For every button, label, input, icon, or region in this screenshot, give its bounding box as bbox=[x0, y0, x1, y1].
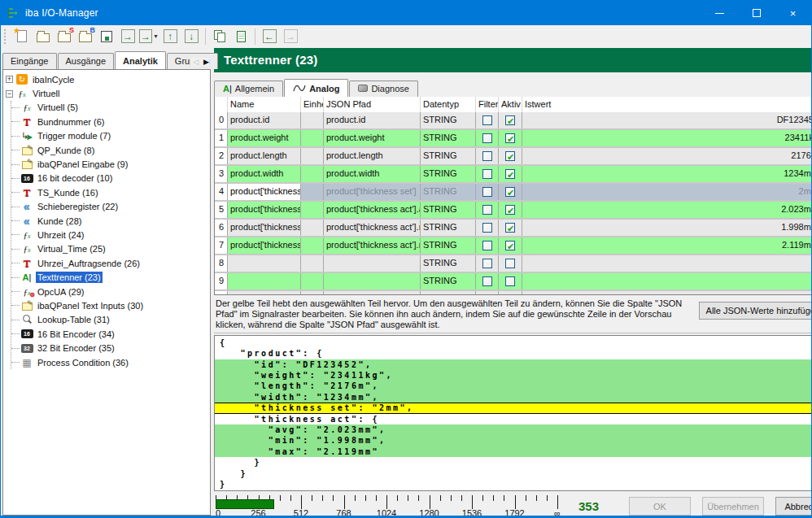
open-folder-icon[interactable] bbox=[33, 28, 53, 46]
row-number[interactable]: 3 bbox=[215, 166, 228, 182]
cell-name[interactable]: product.length bbox=[228, 148, 301, 164]
aktiv-checkbox[interactable] bbox=[505, 187, 515, 197]
abbrechen-button[interactable]: Abbrechen bbox=[775, 497, 812, 516]
row-number[interactable]: 1 bbox=[215, 130, 228, 146]
filter-checkbox[interactable] bbox=[482, 241, 492, 250]
cell-json-pfad[interactable] bbox=[324, 255, 421, 272]
column-header-filter[interactable]: Filter bbox=[476, 97, 499, 112]
cell-datentyp[interactable]: STRING bbox=[421, 273, 476, 289]
cell-einheit[interactable] bbox=[301, 148, 324, 164]
column-header-istwert[interactable]: Istwert bbox=[522, 97, 812, 112]
cell-json-pfad[interactable]: product['thickness act'].max bbox=[324, 237, 421, 254]
cell-datentyp[interactable]: STRING bbox=[421, 220, 476, 236]
tree-item-16-bit-decoder-10[interactable]: 1616 bit decoder (10) bbox=[11, 172, 210, 185]
cell-einheit[interactable] bbox=[301, 112, 324, 128]
cell-einheit[interactable] bbox=[301, 237, 324, 254]
aktiv-checkbox[interactable] bbox=[505, 205, 515, 215]
row-number[interactable]: 4 bbox=[215, 184, 228, 200]
cell-datentyp[interactable]: STRING bbox=[421, 255, 476, 272]
cell-datentyp[interactable]: STRING bbox=[421, 130, 476, 146]
json-preview-line[interactable]: "length": "2176m", bbox=[215, 381, 812, 391]
cell-einheit[interactable] bbox=[301, 130, 324, 146]
row-number[interactable]: 5 bbox=[215, 202, 228, 218]
move-up-icon[interactable]: ↑ bbox=[160, 28, 180, 46]
tree-item-virtuell-5[interactable]: ƒxVirtuell (5) bbox=[11, 101, 210, 115]
row-number[interactable]: 6 bbox=[215, 220, 228, 236]
cell-name[interactable]: product.width bbox=[228, 166, 301, 182]
cell-einheit[interactable] bbox=[301, 220, 324, 236]
cell-datentyp[interactable]: STRING bbox=[421, 184, 476, 200]
cell-name[interactable] bbox=[228, 255, 301, 272]
json-preview-line[interactable]: "weight": "23411kg", bbox=[215, 370, 812, 381]
column-header-aktiv[interactable]: Aktiv bbox=[499, 97, 522, 112]
column-header-datentyp[interactable]: Datentyp bbox=[421, 97, 476, 112]
cell-einheit[interactable] bbox=[301, 202, 324, 218]
tree-item-kunde-28[interactable]: «Kunde (28) bbox=[11, 214, 210, 228]
collapse-icon[interactable]: − bbox=[6, 90, 13, 98]
filter-checkbox[interactable] bbox=[482, 205, 492, 215]
aktiv-checkbox[interactable] bbox=[505, 223, 515, 233]
json-preview-line[interactable]: } bbox=[215, 479, 812, 490]
tree-item-texttrenner-23[interactable]: A|Texttrenner (23) bbox=[11, 270, 210, 284]
tree-item-virtual-time-25[interactable]: ƒxVirtual_Time (25) bbox=[11, 242, 210, 256]
aktiv-checkbox[interactable] bbox=[505, 115, 515, 125]
tree-item-qp-kunde-8[interactable]: QP_Kunde (8) bbox=[11, 143, 210, 157]
row-number[interactable]: 0 bbox=[215, 112, 228, 128]
json-preview-line[interactable]: "min": "1.998mm", bbox=[215, 435, 812, 446]
filter-checkbox[interactable] bbox=[482, 133, 492, 143]
cell-datentyp[interactable]: STRING bbox=[421, 166, 476, 182]
cell-json-pfad[interactable]: product['thickness act'].min bbox=[324, 220, 421, 236]
filter-checkbox[interactable] bbox=[482, 276, 492, 286]
row-number[interactable]: 2 bbox=[215, 148, 228, 164]
column-header-einheit[interactable]: Einheit bbox=[301, 97, 324, 112]
tree-item-virtuell[interactable]: −ƒxVirtuell bbox=[5, 86, 210, 100]
cell-datentyp[interactable]: STRING bbox=[421, 148, 476, 164]
tab-analog[interactable]: Analog bbox=[284, 79, 348, 97]
aktiv-checkbox[interactable] bbox=[505, 276, 515, 286]
tab-allgemein[interactable]: A|Allgemein bbox=[214, 81, 283, 97]
paste-icon[interactable] bbox=[231, 28, 251, 46]
cell-einheit[interactable] bbox=[301, 255, 324, 272]
cell-datentyp[interactable]: STRING bbox=[421, 112, 476, 128]
nav-back-icon[interactable]: ← bbox=[260, 28, 279, 46]
cell-json-pfad[interactable] bbox=[324, 291, 421, 295]
json-preview-line[interactable]: "max": "2.119mm" bbox=[215, 446, 812, 457]
tree-item-schieberegister-22[interactable]: «Schieberegister (22) bbox=[11, 200, 210, 214]
new-file-icon[interactable]: ★ bbox=[12, 28, 32, 46]
tab-scroll-right-icon[interactable]: ▶ bbox=[203, 58, 209, 66]
filter-checkbox[interactable] bbox=[482, 223, 492, 233]
tree-item-bundnummer-6[interactable]: TBundnummer (6) bbox=[11, 115, 210, 128]
cell-einheit[interactable] bbox=[301, 184, 324, 200]
json-preview-line[interactable]: "product": { bbox=[215, 348, 812, 359]
cell-einheit[interactable] bbox=[301, 166, 324, 182]
aktiv-checkbox[interactable] bbox=[505, 133, 515, 143]
cell-name[interactable]: product['thickness act'].... bbox=[228, 202, 301, 218]
tree-item-16-bit-encoder-34[interactable]: 1616 Bit Encoder (34) bbox=[11, 327, 210, 341]
cell-datentyp[interactable]: STRING bbox=[421, 291, 476, 295]
tree-item-ibaqpanel-eingabe-9[interactable]: ibaQPanel Eingabe (9) bbox=[11, 157, 210, 171]
import-icon[interactable]: → bbox=[118, 28, 138, 46]
tab-scroll-left-icon[interactable]: ◁ bbox=[193, 58, 199, 66]
tree-item-uhrzeit-24[interactable]: ƒxUhrzeit (24) bbox=[11, 228, 210, 242]
open-folder-s-icon[interactable]: S bbox=[55, 28, 74, 46]
cell-name[interactable]: product['thickness act'].... bbox=[228, 237, 301, 254]
cell-json-pfad[interactable]: product.width bbox=[324, 166, 421, 182]
tree-item-process-condition-36[interactable]: ▦Process Condition (36) bbox=[11, 355, 210, 369]
tree-item-trigger-module-7[interactable]: ↳▶Trigger module (7) bbox=[11, 129, 210, 143]
row-number[interactable]: 9 bbox=[215, 273, 228, 289]
cell-name[interactable] bbox=[228, 291, 301, 295]
column-header-name[interactable]: Name bbox=[228, 97, 301, 112]
tab-ausgänge[interactable]: Ausgänge bbox=[58, 53, 115, 69]
row-number[interactable]: 10 bbox=[215, 291, 228, 295]
cell-name[interactable]: product.weight bbox=[228, 130, 301, 146]
save-icon[interactable] bbox=[97, 28, 116, 46]
tab-eingänge[interactable]: Eingänge bbox=[2, 53, 57, 69]
tab-diagnose[interactable]: Diagnose bbox=[349, 81, 417, 97]
filter-checkbox[interactable] bbox=[482, 151, 492, 161]
filter-checkbox[interactable] bbox=[482, 115, 492, 125]
aktiv-checkbox[interactable] bbox=[505, 151, 515, 161]
filter-checkbox[interactable] bbox=[482, 294, 492, 295]
filter-checkbox[interactable] bbox=[482, 169, 492, 179]
json-preview-line[interactable]: "thickness set": "2mm", bbox=[215, 403, 812, 413]
aktiv-checkbox[interactable] bbox=[505, 294, 515, 295]
